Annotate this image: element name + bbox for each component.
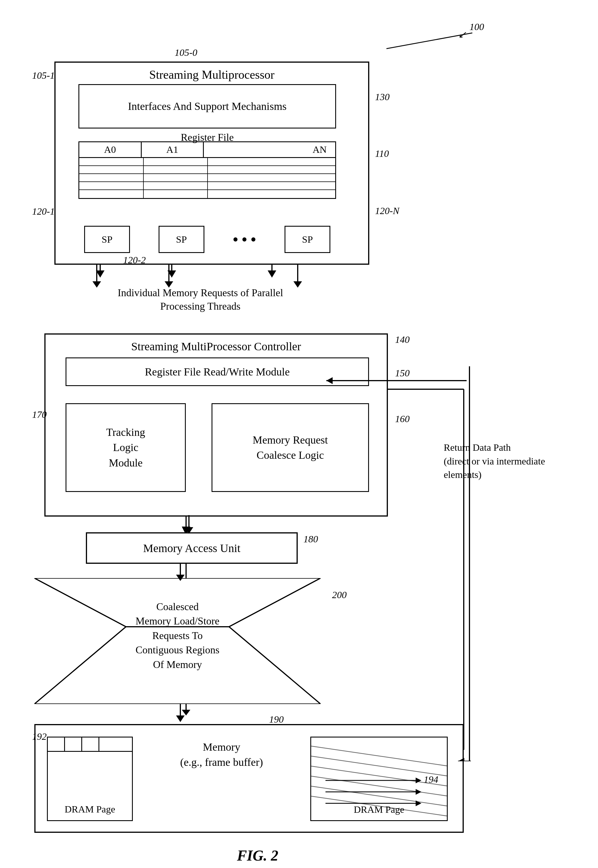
arrow-sp2-down: [157, 265, 180, 290]
mem-req-coalesce-label: Memory RequestCoalesce Logic: [253, 432, 328, 463]
col-a0: A0: [79, 142, 142, 157]
ref-120-n: 120-N: [375, 206, 399, 217]
svg-marker-34: [416, 778, 422, 783]
ref-180: 180: [303, 534, 318, 545]
register-file-grid: A0 A1 AN: [78, 141, 336, 199]
arrow-smpc-mau: [178, 515, 200, 536]
memory-access-unit-label: Memory Access Unit: [143, 541, 241, 555]
register-file-rw-label: Register File Read/Write Module: [145, 366, 290, 378]
tracking-logic-label: TrackingLogicModule: [106, 425, 145, 471]
smp-controller-box: Streaming MultiProcessor Controller Regi…: [44, 333, 388, 517]
interfaces-support-label: Interfaces And Support Mechanisms: [128, 99, 287, 114]
ref-130: 130: [375, 91, 390, 102]
ref-105-0: 105-0: [175, 47, 197, 58]
dram-page-left-label: DRAM Page: [65, 804, 115, 815]
arrow-coalesced-memory: [169, 704, 192, 723]
ref-140: 140: [395, 334, 410, 345]
ref-110: 110: [375, 148, 389, 159]
svg-marker-45: [93, 281, 101, 288]
ref-120-1: 120-1: [32, 206, 55, 217]
svg-marker-6: [268, 270, 276, 278]
svg-marker-26: [176, 716, 185, 722]
streaming-multiprocessor-title: Streaming Multiprocessor: [55, 63, 368, 84]
coalesced-memory-label: CoalescedMemory Load/StoreRequests ToCon…: [57, 599, 298, 672]
ref-200: 200: [332, 590, 347, 601]
svg-marker-36: [416, 789, 422, 795]
svg-marker-43: [326, 377, 333, 384]
memory-label: Memory(e.g., frame buffer): [150, 740, 293, 770]
figure-label: FIG. 2: [172, 847, 344, 864]
return-arrow-rfwm: [315, 369, 466, 392]
sp-box-n: SP: [284, 226, 330, 253]
return-path-svg: [458, 366, 481, 761]
svg-line-28: [311, 756, 447, 776]
memory-box: Memory(e.g., frame buffer) DRAM Page: [34, 724, 464, 833]
sp-box-1: SP: [84, 226, 130, 253]
arrow-mau-coalesced: [169, 564, 192, 581]
mem-req-coalesce-box: Memory RequestCoalesce Logic: [212, 403, 369, 492]
interfaces-support-box: Interfaces And Support Mechanisms: [78, 84, 336, 128]
col-an: AN: [204, 142, 335, 157]
ref-194: 194: [424, 774, 438, 785]
dots: • • •: [233, 231, 256, 248]
streaming-multiprocessor-box: Streaming Multiprocessor Interfaces And …: [54, 61, 369, 265]
tracking-logic-box: TrackingLogicModule: [66, 403, 186, 492]
ref-100: 100: [469, 21, 484, 32]
arrow-spn-down: [286, 265, 309, 290]
sp-row: SP SP • • • SP: [78, 226, 336, 253]
sp-box-2: SP: [158, 226, 204, 253]
svg-marker-51: [185, 527, 193, 534]
svg-marker-49: [293, 281, 302, 288]
memory-access-unit-box: Memory Access Unit: [86, 532, 298, 564]
ref-160: 160: [395, 414, 410, 424]
ref-192: 192: [32, 731, 47, 742]
col-a1: A1: [142, 142, 204, 157]
ref-170: 170: [32, 409, 47, 420]
ref-190: 190: [269, 714, 284, 725]
ref-105-1: 105-1: [32, 70, 55, 81]
svg-line-27: [311, 746, 447, 766]
diagram: 100 ↙ 105-0 105-1 Streaming Multiprocess…: [0, 0, 598, 868]
svg-marker-24: [176, 575, 185, 581]
svg-marker-47: [164, 281, 173, 288]
dram-page-left-box: DRAM Page: [47, 737, 133, 821]
arrow-sp1-down: [85, 265, 108, 290]
ref-120-2: 120-2: [123, 255, 146, 266]
smp-controller-title: Streaming MultiProcessor Controller: [45, 335, 387, 357]
dram-page-right-label: DRAM Page: [311, 804, 447, 815]
